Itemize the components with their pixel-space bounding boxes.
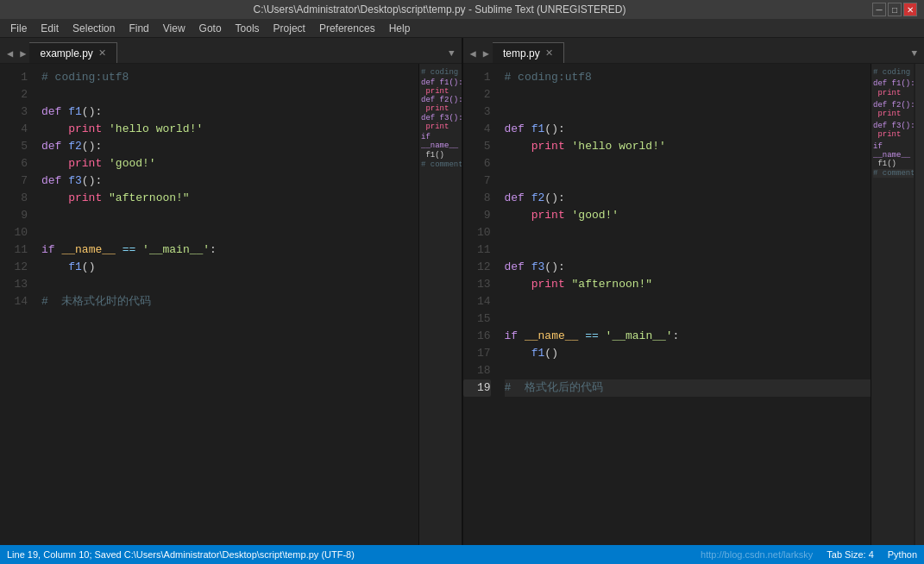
menu-edit[interactable]: Edit	[34, 21, 66, 36]
code-line	[41, 276, 418, 293]
left-tab-label: example.py	[40, 47, 92, 60]
code-line: def f3():	[505, 259, 871, 276]
code-line: print "afternoon!"	[41, 190, 418, 207]
left-minimap: # coding def f1(): print def f2(): print…	[418, 64, 462, 545]
code-line: def f1():	[505, 121, 871, 138]
code-line	[41, 86, 418, 103]
right-code-area: 1 2 3 4 5 6 7 8 9 10 11 12 13 14 15 16 1…	[463, 64, 925, 545]
menu-help[interactable]: Help	[382, 21, 418, 36]
left-tab-bar: ◀ ▶ example.py ✕ ▼	[0, 38, 462, 64]
code-line: # coding:utf8	[41, 69, 418, 86]
code-line: print 'good!'	[505, 207, 871, 224]
code-line: if __name__ == '__main__':	[505, 328, 871, 345]
right-minimap: # coding def f1(): print def f2(): print…	[871, 64, 914, 545]
menu-selection[interactable]: Selection	[66, 21, 122, 36]
left-tab-example[interactable]: example.py ✕	[29, 42, 116, 63]
code-line: def f2():	[505, 190, 871, 207]
code-line	[505, 310, 871, 328]
code-line	[505, 172, 871, 190]
title-text: C:\Users\Administrator\Desktop\script\te…	[7, 3, 872, 16]
right-tab-next[interactable]: ▶	[480, 44, 493, 63]
right-pane: ◀ ▶ temp.py ✕ ▼ 1 2 3 4 5 6 7 8 9 10	[463, 38, 925, 545]
code-line: print 'good!'	[41, 155, 418, 172]
code-line: if __name__ == '__main__':	[41, 241, 418, 259]
status-tab-size[interactable]: Tab Size: 4	[827, 549, 873, 560]
code-line: print 'hello world!'	[505, 138, 871, 155]
code-line	[41, 207, 418, 224]
code-line: f1()	[505, 345, 871, 362]
code-line: def f3():	[41, 172, 418, 190]
left-line-numbers: 1 2 3 4 5 6 7 8 9 10 11 12 13 14	[0, 64, 36, 545]
right-line-numbers: 1 2 3 4 5 6 7 8 9 10 11 12 13 14 15 16 1…	[463, 64, 500, 545]
status-right: http://blog.csdn.net/larksky Tab Size: 4…	[701, 549, 917, 560]
code-line	[505, 241, 871, 259]
left-minimap-content: # coding def f1(): print def f2(): print…	[421, 67, 462, 168]
status-left: Line 19, Column 10; Saved C:\Users\Admin…	[7, 549, 355, 560]
status-watermark: http://blog.csdn.net/larksky	[701, 549, 813, 560]
code-line	[505, 224, 871, 241]
code-line: f1()	[41, 259, 418, 276]
close-button[interactable]: ✕	[903, 3, 917, 16]
right-tab-bar: ◀ ▶ temp.py ✕ ▼	[463, 38, 925, 64]
minimize-button[interactable]: ─	[872, 3, 886, 16]
code-line: print "afternoon!"	[505, 276, 871, 293]
code-line: print 'hello world!'	[41, 121, 418, 138]
title-bar: C:\Users\Administrator\Desktop\script\te…	[0, 0, 924, 19]
code-line	[505, 362, 871, 379]
code-line-highlighted: # 格式化后的代码	[505, 379, 871, 397]
menu-find[interactable]: Find	[122, 21, 155, 36]
left-tab-dropdown[interactable]: ▼	[445, 44, 458, 63]
left-code-content[interactable]: # coding:utf8 def f1(): print 'hello wor…	[36, 64, 418, 545]
window-controls: ─ □ ✕	[872, 3, 917, 16]
maximize-button[interactable]: □	[888, 3, 902, 16]
left-tab-next[interactable]: ▶	[16, 44, 29, 63]
status-bar: Line 19, Column 10; Saved C:\Users\Admin…	[0, 545, 924, 564]
menu-bar: File Edit Selection Find View Goto Tools…	[0, 19, 924, 38]
menu-file[interactable]: File	[3, 21, 34, 36]
right-tab-prev[interactable]: ◀	[467, 44, 480, 63]
menu-view[interactable]: View	[156, 21, 192, 36]
editor-area: ◀ ▶ example.py ✕ ▼ 1 2 3 4 5 6 7 8 9 10	[0, 38, 924, 545]
code-line	[505, 86, 871, 103]
right-scrollbar[interactable]	[914, 64, 924, 545]
code-line: # coding:utf8	[505, 69, 871, 86]
menu-preferences[interactable]: Preferences	[312, 21, 382, 36]
right-tab-close[interactable]: ✕	[545, 47, 553, 59]
code-line: def f1():	[41, 103, 418, 121]
right-tab-temp[interactable]: temp.py ✕	[493, 42, 564, 63]
left-code-area: 1 2 3 4 5 6 7 8 9 10 11 12 13 14 # codin…	[0, 64, 462, 545]
code-line	[505, 155, 871, 172]
code-line: def f2():	[41, 138, 418, 155]
left-tab-close[interactable]: ✕	[98, 47, 106, 59]
status-language[interactable]: Python	[888, 549, 917, 560]
code-line	[505, 103, 871, 121]
code-line	[41, 224, 418, 241]
right-minimap-content: # coding def f1(): print def f2(): print…	[873, 67, 914, 178]
right-tab-dropdown[interactable]: ▼	[908, 44, 921, 63]
left-pane: ◀ ▶ example.py ✕ ▼ 1 2 3 4 5 6 7 8 9 10	[0, 38, 463, 545]
code-line: # 未格式化时的代码	[41, 293, 418, 310]
left-tab-prev[interactable]: ◀	[3, 44, 16, 63]
right-code-content[interactable]: # coding:utf8 def f1(): print 'hello wor…	[500, 64, 871, 545]
code-line	[505, 293, 871, 310]
menu-tools[interactable]: Tools	[229, 21, 267, 36]
right-tab-label: temp.py	[503, 47, 540, 60]
menu-project[interactable]: Project	[267, 21, 312, 36]
menu-goto[interactable]: Goto	[192, 21, 229, 36]
